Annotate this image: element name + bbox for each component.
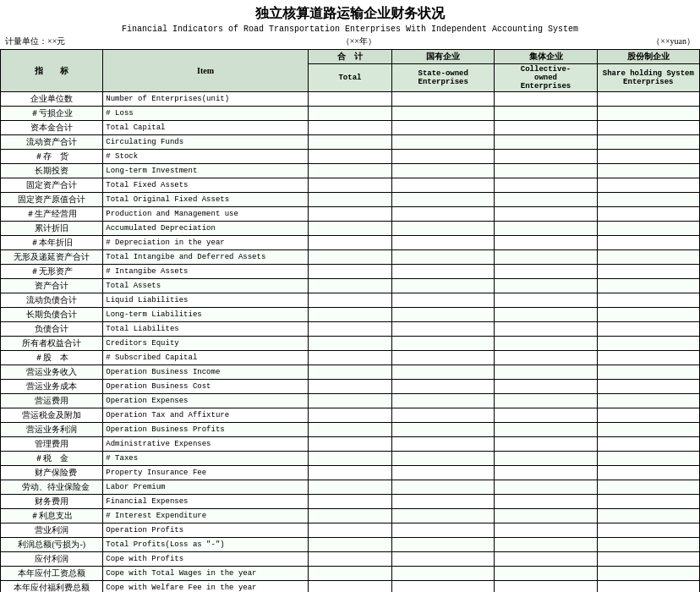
indicator-cell: 财产保险费 [1, 466, 103, 480]
item-cell: Accumulated Depreciation [103, 222, 309, 236]
table-row: ＃利息支出# Interest Expenditure [1, 509, 700, 523]
total-cell [308, 567, 391, 581]
state-cell [392, 351, 495, 365]
total-header-en: Total [308, 64, 391, 92]
collective-cell [495, 538, 597, 552]
total-cell [308, 437, 391, 452]
total-cell [308, 308, 391, 322]
collective-cell [495, 222, 597, 236]
item-cell: Production and Management use [103, 207, 309, 222]
indicator-cell: ＃亏损企业 [1, 107, 103, 121]
collective-cell [495, 423, 597, 437]
table-row: 利润总额(亏损为-)Total Profits(Loss as "-") [1, 538, 700, 552]
share-cell [597, 480, 699, 495]
state-cell [392, 466, 495, 480]
state-cell [392, 322, 495, 337]
share-cell [597, 222, 699, 236]
table-row: 应付利润Cope with Profits [1, 552, 700, 567]
table-row: 所有者权益合计Creditors Equity [1, 337, 700, 351]
item-cell: Total Profits(Loss as "-") [103, 538, 309, 552]
table-row: ＃股 本# Subscribed Capital [1, 351, 700, 365]
state-cell [392, 121, 495, 135]
collective-cell [495, 250, 597, 265]
collective-cell [495, 178, 597, 193]
collective-cell [495, 308, 597, 322]
table-row: 累计折旧Accumulated Depreciation [1, 222, 700, 236]
collective-cell [495, 552, 597, 567]
collective-cell [495, 107, 597, 121]
collective-cell [495, 567, 597, 581]
currency-label: （××yuan） [652, 36, 695, 47]
total-cell [308, 365, 391, 380]
indicator-cell: 固定资产原值合计 [1, 193, 103, 207]
collective-cell [495, 150, 597, 164]
indicator-header: 指 标 [1, 50, 103, 92]
table-row: 劳动、待业保险金 Labor Premium [1, 480, 700, 495]
indicator-cell: 本年应付工资总额 [1, 567, 103, 581]
table-row: 财务费用Financial Expenses [1, 495, 700, 509]
state-header-en: State-owned Enterprises [392, 64, 495, 92]
collective-cell [495, 523, 597, 538]
table-row: 营运业务利润Operation Business Profits [1, 423, 700, 437]
item-cell: Total Liabilites [103, 322, 309, 337]
indicator-cell: ＃无形资产 [1, 265, 103, 279]
unit-label: 计量单位：××元 [5, 36, 65, 47]
indicator-cell: 应付利润 [1, 552, 103, 567]
share-cell [597, 322, 699, 337]
state-cell [392, 337, 495, 351]
state-cell [392, 265, 495, 279]
collective-cell [495, 279, 597, 293]
collective-cell [495, 437, 597, 452]
state-cell [392, 92, 495, 107]
total-cell [308, 207, 391, 222]
share-cell [597, 164, 699, 178]
table-row: 流动资产合计Circulating Funds [1, 135, 700, 150]
indicator-cell: 所有者权益合计 [1, 337, 103, 351]
indicator-cell: 本年应付福利费总额 [1, 581, 103, 593]
share-cell [597, 351, 699, 365]
indicator-cell: 流动负债合计 [1, 293, 103, 308]
share-cell [597, 523, 699, 538]
total-cell [308, 581, 391, 593]
state-cell [392, 365, 495, 380]
state-cell [392, 552, 495, 567]
collective-cell [495, 293, 597, 308]
collective-cell [495, 365, 597, 380]
indicator-cell: ＃本年折旧 [1, 236, 103, 250]
state-cell [392, 308, 495, 322]
total-cell [308, 164, 391, 178]
indicator-cell: 营运业务利润 [1, 423, 103, 437]
state-cell [392, 135, 495, 150]
state-cell [392, 567, 495, 581]
indicator-cell: 营运业务收入 [1, 365, 103, 380]
indicator-cell: ＃存 货 [1, 150, 103, 164]
item-cell: # Subscribed Capital [103, 351, 309, 365]
table-row: 财产保险费 Property Insurance Fee [1, 466, 700, 480]
share-cell [597, 279, 699, 293]
collective-cell [495, 135, 597, 150]
table-row: 管理费用Administrative Expenses [1, 437, 700, 452]
state-cell [392, 437, 495, 452]
state-cell [392, 423, 495, 437]
collective-cell [495, 581, 597, 593]
share-header-en: Share holding System Enterprises [597, 64, 699, 92]
table-row: 本年应付工资总额Cope with Total Wages in the yea… [1, 567, 700, 581]
page-title: 独立核算道路运输企业财务状况 [0, 0, 700, 25]
indicator-cell: 营业利润 [1, 523, 103, 538]
table-row: 营运费用Operation Expenses [1, 394, 700, 408]
state-cell [392, 509, 495, 523]
share-cell [597, 150, 699, 164]
table-row: 负债合计Total Liabilites [1, 322, 700, 337]
share-cell [597, 408, 699, 423]
table-row: 营运业务成本Operation Business Cost [1, 380, 700, 394]
item-cell: # Taxes [103, 452, 309, 466]
share-cell [597, 509, 699, 523]
collective-cell [495, 265, 597, 279]
state-cell [392, 380, 495, 394]
item-cell: Creditors Equity [103, 337, 309, 351]
total-cell [308, 351, 391, 365]
table-row: 长期负债合计Long-term Liabilities [1, 308, 700, 322]
collective-cell [495, 322, 597, 337]
indicator-cell: 利润总额(亏损为-) [1, 538, 103, 552]
state-cell [392, 293, 495, 308]
